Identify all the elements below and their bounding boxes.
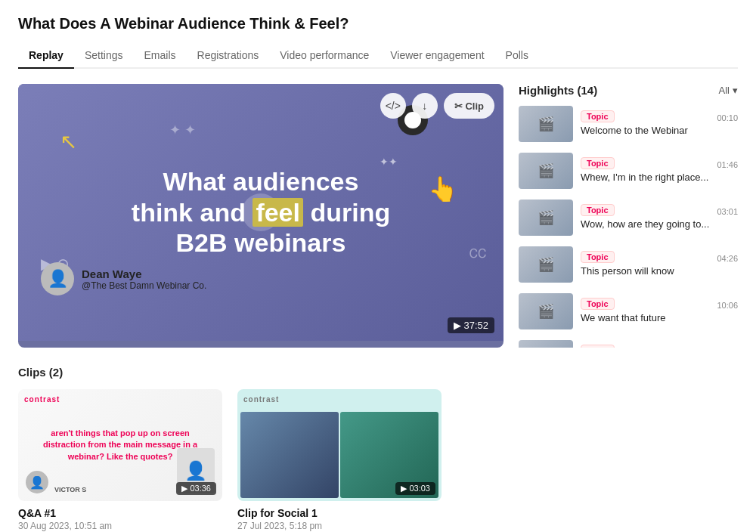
qa-speaker-avatar: 👤 <box>26 471 48 493</box>
highlights-panel: Highlights (14) All ▾ 🎬 Topic 00:10 Welc… <box>519 84 738 348</box>
presenter-info: 👤 Dean Waye @The Best Damn Webinar Co. <box>41 262 206 295</box>
highlight-time: 04:26 <box>717 254 738 263</box>
presenter-name: Dean Waye <box>82 268 206 280</box>
highlight-thumbnail: 🎬 <box>519 340 573 348</box>
clip-name: Q&A #1 <box>18 507 222 519</box>
presenter-details: Dean Waye @The Best Damn Webinar Co. <box>82 268 206 291</box>
presenter-avatar: 👤 <box>41 262 74 295</box>
clip-thumbnail-qa: contrast aren't things that pop up on sc… <box>18 389 222 501</box>
highlight-item[interactable]: 🎬 Topic 01:46 Whew, I'm in the right pla… <box>519 153 738 189</box>
highlight-tag: Topic <box>581 157 615 169</box>
clip-thumbnail-social: contrast ▶ 03:03 <box>237 389 442 501</box>
highlight-tag: Topic <box>581 110 615 122</box>
tab-registrations[interactable]: Registrations <box>187 43 270 69</box>
deco-hand-icon: 👆 <box>428 175 458 203</box>
presenter-org: @The Best Damn Webinar Co. <box>82 280 206 291</box>
highlight-thumbnail: 🎬 <box>519 153 573 189</box>
clip-duration: ▶ 03:03 <box>395 482 435 495</box>
video-controls: </> ↓ ✂ Clip <box>380 93 494 119</box>
highlight-tag: Topic <box>581 298 615 310</box>
highlight-text: We want that future <box>581 312 738 325</box>
highlights-filter[interactable]: All ▾ <box>719 85 738 96</box>
clip-label: Clip <box>465 101 484 112</box>
tab-video-performance[interactable]: Video performance <box>269 43 380 69</box>
highlight-thumbnail: 🎬 <box>519 106 573 142</box>
highlight-text: Welcome to the Webinar <box>581 125 738 138</box>
highlight-item[interactable]: 🎬 Topic 03:01 Wow, how are they going to… <box>519 200 738 236</box>
headline-line1: What audiences <box>163 167 359 196</box>
highlights-header: Highlights (14) All ▾ <box>519 84 738 97</box>
chevron-down-icon: ▾ <box>733 85 738 96</box>
video-headline-block: What audiences think and feel during B2B… <box>101 166 420 258</box>
highlight-info: Topic 04:26 This person will know <box>581 251 738 278</box>
clips-row: contrast aren't things that pop up on sc… <box>18 389 738 531</box>
highlight-info: Topic 00:10 Welcome to the Webinar <box>581 110 738 138</box>
clip-brand-label: contrast <box>243 395 279 404</box>
deco-sparkles-icon: ✦ ✦ <box>169 122 196 138</box>
highlight-time: 01:46 <box>717 160 738 169</box>
highlight-item[interactable]: 🎬 Topic 04:26 This person will know <box>519 246 738 283</box>
highlight-item[interactable]: 🎬 Topic 00:10 Welcome to the Webinar <box>519 106 738 142</box>
deco-cursor-icon: ↖ <box>60 129 77 154</box>
highlight-thumbnail: 🎬 <box>519 200 573 236</box>
page-title: What Does A Webinar Audience Think & Fee… <box>18 15 738 32</box>
headline-line4: B2B webinars <box>176 228 346 257</box>
clip-date: 27 Jul 2023, 5:18 pm <box>237 521 442 531</box>
code-button[interactable]: </> <box>380 93 406 119</box>
tab-settings[interactable]: Settings <box>74 43 134 69</box>
filter-label: All <box>719 85 730 96</box>
scissors-icon: ✂ <box>454 101 463 112</box>
tabs-bar: Replay Settings Emails Registrations Vid… <box>18 43 738 69</box>
highlight-text: This person will know <box>581 265 738 278</box>
highlights-list: 🎬 Topic 00:10 Welcome to the Webinar 🎬 <box>519 106 738 348</box>
highlight-tag: Topic <box>581 251 615 263</box>
clip-card-social[interactable]: contrast ▶ 03:03 Clip for Social 1 27 Ju… <box>237 389 442 531</box>
highlight-thumbnail: 🎬 <box>519 246 573 283</box>
highlight-info: Topic 11:37 It's not our fault <box>581 345 738 348</box>
highlight-time: 03:01 <box>717 207 738 216</box>
clip-info: Clip for Social 1 27 Jul 2023, 5:18 pm <box>237 507 442 531</box>
tab-polls[interactable]: Polls <box>495 43 539 69</box>
qa-speaker-name: VICTOR S <box>54 486 86 493</box>
clip-brand-label: contrast <box>24 395 60 404</box>
highlights-title: Highlights (14) <box>519 84 597 97</box>
social-photo-1 <box>240 412 339 498</box>
highlight-tag: Topic <box>581 345 615 348</box>
download-button[interactable]: ↓ <box>412 93 438 119</box>
highlight-info: Topic 01:46 Whew, I'm in the right place… <box>581 157 738 184</box>
highlight-time: 00:10 <box>717 113 738 122</box>
clip-card-qa[interactable]: contrast aren't things that pop up on sc… <box>18 389 222 531</box>
highlight-item[interactable]: 🎬 Topic 11:37 It's not our fault <box>519 340 738 348</box>
deco-cc-icon: ㏄ <box>467 237 488 265</box>
video-duration: ▶ 37:52 <box>448 317 494 333</box>
headline-line2: think and <box>132 198 246 227</box>
video-player[interactable]: ↖ 👆 ㏄ ▶ ⊙ ✦ ✦ ✦✦ What audiences think an… <box>18 84 503 348</box>
highlight-time: 10:06 <box>717 301 738 310</box>
highlight-text: Whew, I'm in the right place... <box>581 172 738 184</box>
highlight-thumbnail: 🎬 <box>519 293 573 329</box>
clips-section: Clips (2) contrast aren't things that po… <box>18 366 738 531</box>
highlight-info: Topic 03:01 Wow, how are they going to..… <box>581 204 738 231</box>
headline-highlight: feel <box>253 198 303 227</box>
tab-viewer-engagement[interactable]: Viewer engagement <box>380 43 494 69</box>
clips-title: Clips (2) <box>18 366 738 379</box>
highlight-info: Topic 10:06 We want that future <box>581 298 738 325</box>
tab-replay[interactable]: Replay <box>18 43 74 69</box>
headline-line3: during <box>310 198 390 227</box>
tab-emails[interactable]: Emails <box>134 43 187 69</box>
clip-button[interactable]: ✂ Clip <box>444 93 494 119</box>
highlight-item[interactable]: 🎬 Topic 10:06 We want that future <box>519 293 738 329</box>
clip-name: Clip for Social 1 <box>237 507 442 519</box>
clip-duration: ▶ 03:36 <box>176 482 216 495</box>
highlight-tag: Topic <box>581 204 615 216</box>
clip-info: Q&A #1 30 Aug 2023, 10:51 am <box>18 507 222 531</box>
highlight-text: Wow, how are they going to... <box>581 218 738 231</box>
clip-date: 30 Aug 2023, 10:51 am <box>18 521 222 531</box>
